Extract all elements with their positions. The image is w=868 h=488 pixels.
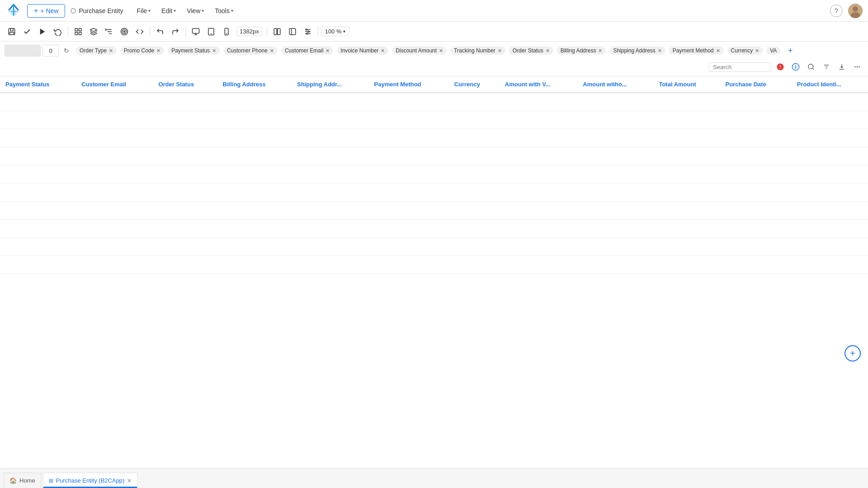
run-button[interactable] bbox=[35, 24, 50, 39]
svg-point-40 bbox=[808, 64, 813, 69]
count-value-text: 0 bbox=[49, 47, 52, 54]
col-purchase-date[interactable]: Purchase Date bbox=[720, 76, 792, 93]
filter-count-input[interactable] bbox=[5, 45, 41, 56]
filter-tag-remove[interactable]: ✕ bbox=[439, 48, 443, 54]
tab-purchase-entity[interactable]: ⊞ Purchase Entity (B2CApp) ✕ bbox=[43, 473, 138, 488]
tab-close-button[interactable]: ✕ bbox=[127, 478, 132, 484]
svg-point-47 bbox=[857, 66, 858, 68]
filter-tag-label: Invoice Number bbox=[340, 47, 378, 54]
filter-tag-shipping-address: Shipping Address ✕ bbox=[609, 47, 665, 55]
search-input[interactable] bbox=[713, 64, 767, 70]
col-payment-method[interactable]: Payment Method bbox=[369, 76, 449, 93]
filter-tag-remove[interactable]: ✕ bbox=[755, 48, 759, 54]
undo-button[interactable] bbox=[153, 24, 167, 39]
filter-tag-remove[interactable]: ✕ bbox=[498, 48, 502, 54]
app-logo[interactable] bbox=[5, 2, 22, 20]
filter-tag-remove[interactable]: ✕ bbox=[270, 48, 274, 54]
new-button[interactable]: + + New bbox=[27, 4, 65, 18]
menu-tools[interactable]: Tools ▾ bbox=[210, 5, 238, 17]
code-button[interactable] bbox=[132, 24, 147, 39]
save-button[interactable] bbox=[5, 24, 19, 39]
filter-tag-label: Currency bbox=[731, 47, 753, 54]
filter-refresh-button[interactable]: ↻ bbox=[61, 45, 72, 56]
filter-tag-remove[interactable]: ✕ bbox=[546, 48, 550, 54]
menu-file-label: File bbox=[137, 7, 147, 14]
filter-icon-button[interactable] bbox=[820, 61, 833, 73]
entity-indicator: Purchase Entity bbox=[71, 7, 123, 14]
filter-tag-remove[interactable]: ✕ bbox=[156, 48, 160, 54]
download-icon-button[interactable] bbox=[835, 61, 848, 73]
filter-tag-remove[interactable]: ✕ bbox=[658, 48, 662, 54]
error-icon-button[interactable] bbox=[774, 61, 787, 73]
filter-tag-invoice-number: Invoice Number ✕ bbox=[337, 47, 388, 55]
chevron-down-icon: ▾ bbox=[231, 8, 233, 13]
filter-tag-customer-phone: Customer Phone ✕ bbox=[223, 47, 278, 55]
filter-tag-remove[interactable]: ✕ bbox=[381, 48, 385, 54]
check-button[interactable] bbox=[20, 24, 34, 39]
tablet-button[interactable] bbox=[204, 24, 218, 39]
help-button[interactable]: ? bbox=[830, 5, 843, 17]
menu-edit[interactable]: Edit ▾ bbox=[157, 5, 180, 17]
col-currency[interactable]: Currency bbox=[449, 76, 500, 93]
zoom-control[interactable]: 100 % ▾ bbox=[321, 27, 349, 36]
col-billing-address[interactable]: Billing Address bbox=[217, 76, 292, 93]
svg-point-48 bbox=[859, 66, 860, 68]
layout-grid-button[interactable] bbox=[270, 24, 284, 39]
col-order-status[interactable]: Order Status bbox=[153, 76, 217, 93]
tab-home-label: Home bbox=[19, 477, 35, 484]
settings-button[interactable] bbox=[301, 24, 315, 39]
panel-button[interactable] bbox=[285, 24, 300, 39]
filter-tag-remove[interactable]: ✕ bbox=[598, 48, 602, 54]
filter-count-box: 0 ↻ bbox=[5, 45, 72, 56]
tab-home[interactable]: 🏠 Home bbox=[4, 473, 41, 488]
nav-menus: File ▾ Edit ▾ View ▾ Tools ▾ bbox=[132, 5, 237, 17]
svg-point-32 bbox=[308, 31, 309, 32]
filter-tag-remove[interactable]: ✕ bbox=[109, 48, 113, 54]
table-row bbox=[0, 255, 868, 273]
sort-button[interactable] bbox=[102, 24, 116, 39]
table-row bbox=[0, 183, 868, 201]
more-icon-button[interactable] bbox=[851, 61, 863, 73]
refresh-button[interactable] bbox=[51, 24, 65, 39]
divider2 bbox=[150, 26, 150, 37]
col-amount-witho[interactable]: Amount witho... bbox=[577, 76, 653, 93]
menu-view-label: View bbox=[187, 7, 200, 14]
filter-tag-remove[interactable]: ✕ bbox=[212, 48, 216, 54]
filter-tag-label: Payment Method bbox=[673, 47, 714, 54]
home-icon: 🏠 bbox=[9, 477, 17, 484]
edit-icon-button[interactable] bbox=[789, 61, 802, 73]
col-product-identi[interactable]: Product Identi... bbox=[792, 76, 868, 93]
px-input[interactable]: 1382px bbox=[236, 27, 262, 36]
svg-marker-10 bbox=[90, 28, 97, 32]
col-shipping-addr[interactable]: Shipping Addr... bbox=[292, 76, 368, 93]
redo-button[interactable] bbox=[168, 24, 183, 39]
col-customer-email[interactable]: Customer Email bbox=[76, 76, 153, 93]
filter-tag-remove[interactable]: ✕ bbox=[716, 48, 720, 54]
menu-view[interactable]: View ▾ bbox=[182, 5, 208, 17]
svg-point-36 bbox=[780, 68, 781, 69]
target-button[interactable] bbox=[117, 24, 132, 39]
layers-button[interactable] bbox=[86, 24, 101, 39]
svg-rect-7 bbox=[79, 28, 81, 31]
filter-tag-label: Tracking Number bbox=[454, 47, 495, 54]
col-amount-with-v[interactable]: Amount with V... bbox=[500, 76, 577, 93]
divider bbox=[68, 26, 68, 37]
filter-tag-remove[interactable]: ✕ bbox=[326, 48, 330, 54]
top-navbar: + + New Purchase Entity File ▾ Edit ▾ Vi… bbox=[0, 0, 868, 22]
filter-count-value: 0 bbox=[42, 45, 59, 56]
svg-rect-6 bbox=[75, 28, 77, 31]
search-icon-button[interactable] bbox=[805, 61, 817, 73]
col-total-amount[interactable]: Total Amount bbox=[653, 76, 720, 93]
filter-tag-customer-email: Customer Email ✕ bbox=[281, 47, 333, 55]
svg-rect-4 bbox=[10, 28, 13, 31]
toolbar: 1382px 100 % ▾ bbox=[0, 22, 868, 42]
user-avatar[interactable] bbox=[848, 4, 863, 18]
add-row-button[interactable]: + bbox=[844, 345, 861, 361]
grid-button[interactable] bbox=[71, 24, 85, 39]
add-filter-button[interactable]: + bbox=[784, 44, 797, 57]
mobile-button[interactable] bbox=[219, 24, 234, 39]
col-payment-status[interactable]: Payment Status bbox=[0, 76, 76, 93]
desktop-button[interactable] bbox=[189, 24, 203, 39]
menu-file[interactable]: File ▾ bbox=[132, 5, 155, 17]
svg-rect-8 bbox=[75, 32, 77, 34]
